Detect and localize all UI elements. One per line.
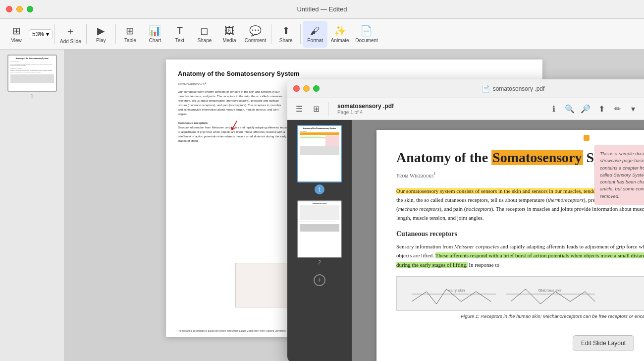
zoom-chevron: ▾ bbox=[46, 31, 49, 38]
chart-icon: 📊 bbox=[149, 25, 161, 37]
text-icon: T bbox=[177, 25, 183, 37]
pdf-title-highlight: Somatosensory bbox=[491, 150, 583, 165]
add-slide-icon: ＋ bbox=[65, 24, 75, 38]
pdf-info-btn[interactable]: ℹ bbox=[547, 102, 561, 116]
slide-number: 1 bbox=[31, 94, 34, 99]
document-button[interactable]: 📄 Document bbox=[352, 21, 381, 48]
comment-button[interactable]: 💬 Comment bbox=[242, 21, 269, 48]
pdf-info-page: Page 1 of 4 bbox=[337, 110, 394, 115]
pdf-thumb-1[interactable]: Anatomy of the Somatosensory System From… bbox=[297, 125, 342, 194]
maximize-button[interactable] bbox=[27, 6, 33, 12]
play-icon: ▶ bbox=[97, 25, 105, 37]
pdf-toolbar-right: ℹ 🔍 🔎 ⬆ ✏ ▾ ⊡ ◎ ✎ 🔍 bbox=[547, 102, 644, 116]
comment-label: Comment bbox=[245, 38, 266, 43]
separator-3 bbox=[115, 24, 116, 44]
slide-thumbnail-1[interactable]: Anatomy of the Somatosensory System From… bbox=[7, 55, 57, 92]
annotation-box: This is a sample document to showcase pa… bbox=[594, 145, 644, 205]
main-area: Anatomy of the Somatosensory System From… bbox=[0, 50, 644, 361]
slide-footnote: ¹ The following description is based on … bbox=[176, 329, 286, 332]
chart-button[interactable]: 📊 Chart bbox=[143, 21, 167, 48]
pdf-info-title: somatosensory .pdf bbox=[337, 103, 394, 110]
format-icon: 🖌 bbox=[310, 25, 320, 37]
pdf-filename: somatosensory .pdf bbox=[493, 85, 545, 92]
pdf-zoom-in-btn[interactable]: 🔎 bbox=[579, 102, 592, 116]
annotation-marker-1 bbox=[584, 135, 590, 141]
format-label: Format bbox=[307, 38, 323, 43]
add-slide-button[interactable]: ＋ Add Slide bbox=[57, 21, 84, 48]
pdf-add-page-btn[interactable]: + bbox=[314, 274, 325, 286]
pdf-thumb-image-1: Anatomy of the Somatosensory System From… bbox=[297, 125, 342, 182]
pdf-main-content: This is a sample document to showcase pa… bbox=[352, 120, 644, 361]
share-label: Share bbox=[279, 38, 293, 43]
pdf-thumbnails: Anatomy of the Somatosensory System From… bbox=[287, 120, 352, 361]
pdf-close-button[interactable] bbox=[293, 85, 300, 92]
view-icon: ⊞ bbox=[12, 25, 21, 37]
pdf-section-cutaneous: Cutaneous receptors bbox=[396, 230, 644, 238]
minimize-button[interactable] bbox=[16, 6, 23, 12]
pdf-pen-btn[interactable]: ✏ bbox=[610, 102, 624, 116]
edit-slide-layout-button[interactable]: Edit Slide Layout bbox=[573, 335, 634, 351]
table-icon: ⊞ bbox=[126, 25, 134, 37]
chart-label: Chart bbox=[149, 38, 161, 43]
pdf-sidebar-right[interactable]: ⊡ bbox=[642, 102, 644, 116]
text-button[interactable]: T Text bbox=[167, 21, 192, 48]
figure-caption-text: Figure 1: Receptors in the human skin: M… bbox=[461, 313, 644, 319]
document-label: Document bbox=[355, 38, 378, 43]
pdf-page-num-2: 2 bbox=[318, 260, 321, 265]
pdf-title-icon: 📄 bbox=[482, 85, 490, 93]
play-button[interactable]: ▶ Play bbox=[89, 21, 113, 48]
animate-button[interactable]: ✨ Animate bbox=[327, 21, 352, 48]
play-label: Play bbox=[96, 38, 106, 43]
separator-2 bbox=[86, 24, 87, 44]
pdf-page-1: This is a sample document to showcase pa… bbox=[376, 130, 644, 361]
separator-5 bbox=[300, 24, 301, 44]
add-slide-label: Add Slide bbox=[60, 39, 81, 44]
highlight-sentence: Our somatosensory system consists of sen… bbox=[396, 188, 626, 194]
pdf-maximize-button[interactable] bbox=[313, 85, 320, 92]
text-label: Text bbox=[175, 38, 184, 43]
separator-4 bbox=[271, 24, 271, 44]
pdf-body-paragraph-2: Sensory information from Meissner corpus… bbox=[396, 242, 644, 269]
pdf-page-badge-1: 1 bbox=[315, 184, 324, 194]
pdf-toolbar: ☰ ⊞ somatosensory .pdf Page 1 of 4 ℹ 🔍 🔎… bbox=[287, 98, 644, 120]
table-button[interactable]: ⊞ Table bbox=[118, 21, 143, 48]
share-button[interactable]: ⬆ Share bbox=[273, 21, 298, 48]
pdf-expand-btn[interactable]: ⊞ bbox=[309, 102, 323, 116]
pdf-sidebar-toggle[interactable]: ☰ bbox=[292, 102, 306, 116]
pdf-share-btn[interactable]: ⬆ bbox=[594, 102, 608, 116]
window-title: Untitled — Edited bbox=[297, 5, 347, 13]
pdf-wiki-sup: 1 bbox=[434, 172, 436, 176]
pdf-title-center: 📄 somatosensory .pdf bbox=[323, 85, 644, 93]
pdf-pen-dropdown[interactable]: ▾ bbox=[626, 102, 640, 116]
svg-text:Glabrous skin: Glabrous skin bbox=[538, 288, 563, 293]
canvas-area: Anatomy of the Somatosensory System FROM… bbox=[64, 50, 644, 361]
figure-svg: Hairy skin Glabrous skin bbox=[397, 277, 644, 311]
pdf-titlebar: 📄 somatosensory .pdf bbox=[287, 79, 644, 98]
pdf-thumb-image-2: Somatosensory System Continued content a… bbox=[297, 200, 342, 258]
shape-label: Shape bbox=[197, 38, 212, 43]
animate-icon: ✨ bbox=[334, 25, 346, 37]
zoom-value: 53% bbox=[32, 31, 44, 38]
pdf-minimize-button[interactable] bbox=[303, 85, 310, 92]
pdf-zoom-out-btn[interactable]: 🔍 bbox=[563, 102, 577, 116]
figure-area: Hairy skin Glabrous skin Figure 1: Recep… bbox=[396, 276, 644, 319]
title-bar: Untitled — Edited bbox=[0, 0, 644, 19]
pdf-separator bbox=[328, 102, 328, 116]
pdf-thumb-2[interactable]: Somatosensory System Continued content a… bbox=[297, 200, 342, 265]
media-button[interactable]: 🖼 Media bbox=[217, 21, 242, 48]
shape-button[interactable]: ◻ Shape bbox=[192, 21, 217, 48]
table-label: Table bbox=[124, 38, 136, 43]
pdf-info: somatosensory .pdf Page 1 of 4 bbox=[337, 103, 394, 115]
format-button[interactable]: 🖌 Format bbox=[303, 21, 327, 48]
zoom-control[interactable]: 53% ▾ bbox=[29, 29, 53, 39]
toolbar: ⊞ View 53% ▾ ＋ Add Slide ▶ Play ⊞ Table … bbox=[0, 19, 644, 50]
pdf-window: 📄 somatosensory .pdf ☰ ⊞ somatosensory .… bbox=[287, 79, 644, 361]
view-button[interactable]: ⊞ View bbox=[4, 21, 29, 48]
share-icon: ⬆ bbox=[282, 25, 290, 37]
figure-image: Hairy skin Glabrous skin bbox=[396, 276, 644, 311]
svg-text:Hairy skin: Hairy skin bbox=[447, 288, 465, 293]
close-button[interactable] bbox=[6, 6, 12, 12]
slide-title: Anatomy of the Somatosensory System bbox=[178, 69, 531, 78]
media-label: Media bbox=[222, 38, 236, 43]
separator-1 bbox=[54, 24, 55, 44]
